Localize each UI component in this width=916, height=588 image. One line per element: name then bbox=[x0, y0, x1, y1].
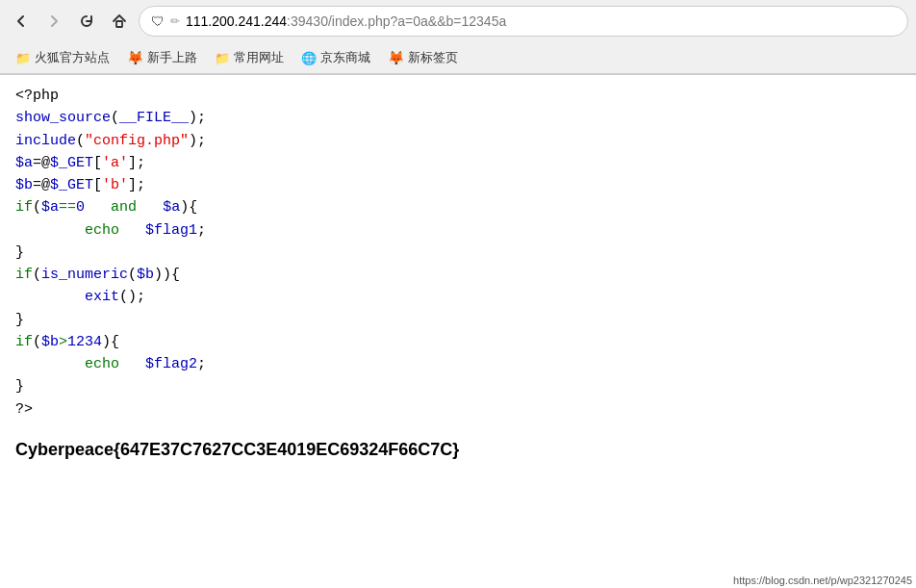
status-url: https://blog.csdn.net/p/wp2321270245 bbox=[733, 575, 912, 586]
code-line-12: if($b>1234){ bbox=[15, 331, 901, 353]
code-line-3: include("config.php"); bbox=[15, 130, 901, 152]
bookmark-item-1[interactable]: 📁 火狐官方站点 bbox=[8, 46, 117, 69]
code-line-6: if($a==0 and $a){ bbox=[15, 196, 901, 218]
refresh-button[interactable] bbox=[73, 8, 100, 35]
code-line-13: echo $flag2; bbox=[15, 353, 901, 375]
address-text: 111.200.241.244:39430/index.php?a=0a&&b=… bbox=[186, 13, 896, 29]
bookmark-item-3[interactable]: 📁 常用网址 bbox=[207, 46, 292, 69]
code-line-9: if(is_numeric($b)){ bbox=[15, 264, 901, 286]
bookmark-label-1: 火狐官方站点 bbox=[35, 49, 110, 66]
code-line-2: show_source(__FILE__); bbox=[15, 107, 901, 129]
source-code: <?php show_source(__FILE__); include("co… bbox=[15, 85, 901, 421]
code-line-4: $a=@$_GET['a']; bbox=[15, 152, 901, 174]
nav-bar: 🛡 ✏ 111.200.241.244:39430/index.php?a=0a… bbox=[0, 0, 916, 42]
svg-rect-0 bbox=[116, 21, 122, 27]
address-bar[interactable]: 🛡 ✏ 111.200.241.244:39430/index.php?a=0a… bbox=[139, 6, 908, 37]
code-line-15: ?> bbox=[15, 398, 901, 421]
globe-icon: 🌐 bbox=[301, 51, 317, 65]
flag-output: Cyberpeace{647E37C7627CC3E4019EC69324F66… bbox=[15, 440, 901, 460]
edit-icon: ✏ bbox=[170, 14, 180, 28]
firefox-icon-1: 🦊 bbox=[127, 50, 143, 65]
bookmark-label-2: 新手上路 bbox=[147, 49, 197, 66]
address-path: :39430/index.php?a=0a&&b=12345a bbox=[287, 13, 506, 29]
code-line-11: } bbox=[15, 309, 901, 331]
bookmark-label-5: 新标签页 bbox=[408, 49, 458, 66]
code-line-5: $b=@$_GET['b']; bbox=[15, 174, 901, 196]
bookmarks-bar: 📁 火狐官方站点 🦊 新手上路 📁 常用网址 🌐 京东商城 🦊 新标签页 bbox=[0, 42, 916, 74]
folder-icon-2: 📁 bbox=[215, 51, 230, 65]
home-button[interactable] bbox=[106, 8, 133, 35]
address-domain: 111.200.241.244 bbox=[186, 13, 287, 29]
folder-icon-1: 📁 bbox=[15, 51, 31, 65]
bookmark-item-5[interactable]: 🦊 新标签页 bbox=[380, 46, 466, 69]
bookmark-label-4: 京东商城 bbox=[320, 49, 370, 66]
bookmark-item-4[interactable]: 🌐 京东商城 bbox=[293, 46, 378, 69]
page-content: <?php show_source(__FILE__); include("co… bbox=[0, 75, 916, 479]
code-line-1: <?php bbox=[15, 85, 901, 107]
browser-chrome: 🛡 ✏ 111.200.241.244:39430/index.php?a=0a… bbox=[0, 0, 916, 75]
forward-button[interactable] bbox=[40, 8, 67, 35]
bookmark-item-2[interactable]: 🦊 新手上路 bbox=[119, 46, 205, 69]
code-line-7: echo $flag1; bbox=[15, 219, 901, 242]
firefox-icon-2: 🦊 bbox=[388, 50, 404, 65]
back-button[interactable] bbox=[8, 8, 35, 35]
bookmark-label-3: 常用网址 bbox=[234, 49, 284, 66]
status-bar: https://blog.csdn.net/p/wp2321270245 bbox=[729, 573, 916, 588]
code-line-10: exit(); bbox=[15, 286, 901, 308]
security-icon: 🛡 bbox=[151, 13, 165, 29]
flag-text: Cyberpeace{647E37C7627CC3E4019EC69324F66… bbox=[15, 440, 459, 459]
code-line-14: } bbox=[15, 375, 901, 397]
code-line-8: } bbox=[15, 242, 901, 264]
